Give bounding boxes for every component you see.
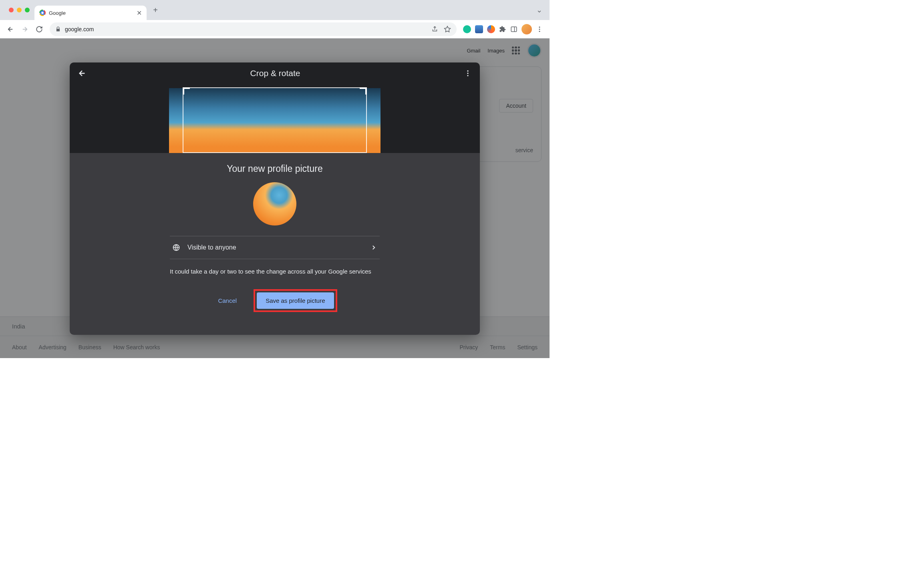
window-close-button[interactable] [9, 8, 14, 12]
visibility-row[interactable]: Visible to anyone [170, 236, 380, 259]
svg-point-4 [41, 12, 43, 14]
profile-avatar[interactable] [521, 24, 532, 34]
google-favicon-icon [39, 10, 46, 16]
chevron-down-icon[interactable]: ⌄ [536, 6, 546, 14]
svg-point-12 [467, 75, 468, 76]
back-arrow-icon[interactable] [78, 69, 87, 78]
window-controls [4, 8, 34, 12]
chevron-right-icon [370, 244, 377, 251]
svg-point-10 [467, 70, 468, 72]
new-tab-button[interactable]: + [150, 4, 161, 16]
side-panel-icon[interactable] [510, 26, 517, 33]
arrow-right-icon [21, 26, 28, 33]
svg-point-7 [539, 26, 540, 28]
crop-handle-tl[interactable] [183, 87, 190, 95]
crop-frame[interactable] [183, 87, 367, 153]
reload-icon [36, 26, 43, 33]
tab-title: Google [49, 10, 133, 16]
back-button[interactable] [4, 23, 17, 36]
more-options-icon[interactable] [464, 69, 472, 77]
browser-toolbar: google.com [0, 20, 550, 38]
save-profile-picture-button[interactable]: Save as profile picture [257, 292, 334, 309]
window-zoom-button[interactable] [25, 8, 30, 12]
reload-button[interactable] [33, 23, 46, 36]
svg-point-11 [467, 72, 468, 74]
crop-handle-tr[interactable] [360, 87, 367, 95]
crop-header: Crop & rotate [70, 62, 480, 84]
delay-notice: It could take a day or two to see the ch… [170, 267, 380, 276]
extension-icon[interactable] [487, 25, 495, 33]
forward-button [18, 23, 31, 36]
extension-icon[interactable] [463, 25, 471, 33]
address-bar[interactable]: google.com [50, 22, 457, 36]
extension-icon[interactable] [475, 25, 483, 33]
close-tab-icon[interactable]: ✕ [137, 9, 142, 17]
save-button-highlight: Save as profile picture [254, 289, 337, 312]
extension-icons [461, 24, 546, 34]
globe-icon [172, 244, 180, 252]
sheet-title: Your new profile picture [227, 163, 323, 174]
visibility-label: Visible to anyone [187, 244, 236, 251]
svg-point-8 [539, 28, 540, 30]
dialog-actions: Cancel Save as profile picture [212, 289, 337, 312]
page-body: Gmail Images Account service India About… [0, 38, 550, 358]
profile-picture-dialog: Crop & rotate Your new profile picture V… [70, 62, 480, 335]
browser-menu-icon[interactable] [536, 26, 543, 33]
lock-icon [55, 26, 61, 32]
svg-point-9 [539, 30, 540, 32]
extensions-puzzle-icon[interactable] [499, 26, 506, 33]
share-icon[interactable] [431, 26, 438, 32]
crop-canvas[interactable] [70, 84, 480, 153]
bookmark-star-icon[interactable] [444, 26, 451, 33]
cancel-button[interactable]: Cancel [212, 293, 242, 308]
url-text: google.com [65, 26, 94, 32]
svg-rect-5 [511, 27, 517, 32]
window-minimize-button[interactable] [17, 8, 22, 12]
arrow-left-icon [7, 26, 14, 33]
profile-preview [253, 182, 296, 226]
confirmation-sheet: Your new profile picture Visible to anyo… [70, 153, 480, 335]
browser-tab[interactable]: Google ✕ [34, 6, 147, 20]
browser-tab-strip: Google ✕ + ⌄ [0, 0, 550, 20]
crop-title: Crop & rotate [87, 68, 464, 78]
